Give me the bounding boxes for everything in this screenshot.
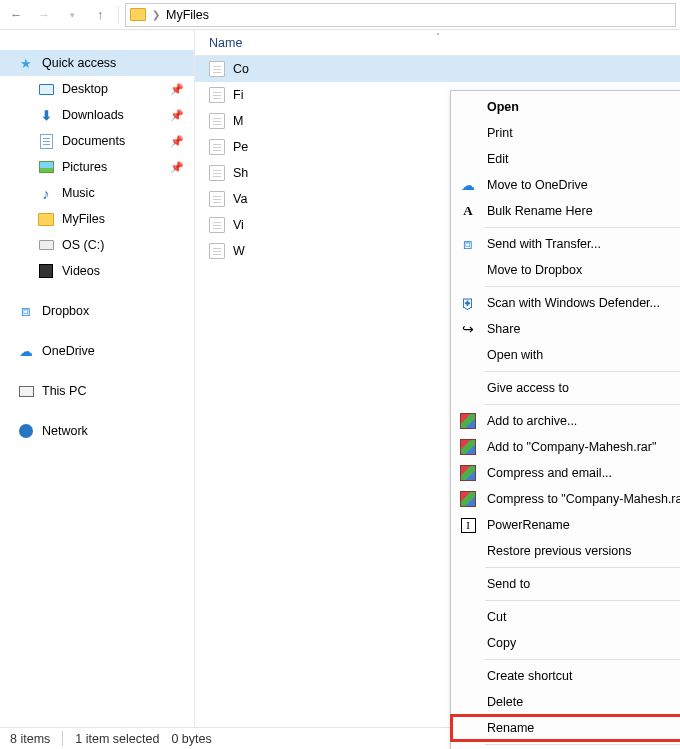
menu-item-open[interactable]: Open bbox=[451, 94, 680, 120]
menu-item-label: Open with bbox=[487, 348, 543, 362]
menu-item-add-to-archive[interactable]: Add to archive... bbox=[451, 408, 680, 434]
menu-item-rename[interactable]: Rename bbox=[451, 715, 680, 741]
status-item-count: 8 items bbox=[10, 732, 50, 746]
sidebar-label: Dropbox bbox=[42, 304, 194, 318]
sidebar-label: Quick access bbox=[42, 56, 194, 70]
forward-button[interactable]: → bbox=[32, 3, 56, 27]
download-icon: ⬇ bbox=[38, 107, 54, 123]
menu-item-send-to[interactable]: Send to › bbox=[451, 571, 680, 597]
menu-item-label: Move to OneDrive bbox=[487, 178, 588, 192]
menu-item-print[interactable]: Print bbox=[451, 120, 680, 146]
star-icon: ★ bbox=[18, 55, 34, 71]
navigation-bar: ← → ▾ ↑ ❯ MyFiles bbox=[0, 0, 680, 30]
menu-item-give-access-to[interactable]: Give access to › bbox=[451, 375, 680, 401]
menu-item-compress-to-company-mahesh-rar-and-email[interactable]: Compress to "Company-Mahesh.rar" and ema… bbox=[451, 486, 680, 512]
menu-item-move-to-onedrive[interactable]: ☁ Move to OneDrive bbox=[451, 172, 680, 198]
text-file-icon bbox=[209, 61, 225, 77]
text-file-icon bbox=[209, 139, 225, 155]
cloud-icon: ☁ bbox=[459, 176, 477, 194]
menu-item-cut[interactable]: Cut bbox=[451, 604, 680, 630]
menu-item-label: Print bbox=[487, 126, 513, 140]
menu-item-label: Share bbox=[487, 322, 520, 336]
sidebar-item-documents[interactable]: Documents 📌 bbox=[0, 128, 194, 154]
menu-item-move-to-dropbox[interactable]: Move to Dropbox bbox=[451, 257, 680, 283]
menu-item-scan-with-windows-defender[interactable]: ⛨ Scan with Windows Defender... bbox=[451, 290, 680, 316]
rar-icon bbox=[459, 490, 477, 508]
sidebar-item-myfiles[interactable]: MyFiles bbox=[0, 206, 194, 232]
pin-icon: 📌 bbox=[170, 135, 184, 148]
sidebar-label: This PC bbox=[42, 384, 194, 398]
menu-item-copy[interactable]: Copy bbox=[451, 630, 680, 656]
menu-item-add-to-company-mahesh-rar[interactable]: Add to "Company-Mahesh.rar" bbox=[451, 434, 680, 460]
network-icon bbox=[18, 423, 34, 439]
sidebar-item-pictures[interactable]: Pictures 📌 bbox=[0, 154, 194, 180]
sidebar-item-downloads[interactable]: ⬇ Downloads 📌 bbox=[0, 102, 194, 128]
file-name: Co bbox=[233, 62, 249, 76]
menu-separator bbox=[485, 286, 680, 287]
shield-icon: ⛨ bbox=[459, 294, 477, 312]
menu-item-label: Restore previous versions bbox=[487, 544, 632, 558]
menu-item-label: Open bbox=[487, 100, 519, 114]
menu-item-label: Move to Dropbox bbox=[487, 263, 582, 277]
file-name: Pe bbox=[233, 140, 248, 154]
menu-item-label: Create shortcut bbox=[487, 669, 572, 683]
share-icon: ↪ bbox=[459, 320, 477, 338]
menu-separator bbox=[485, 744, 680, 745]
file-name: Vi bbox=[233, 218, 244, 232]
menu-item-create-shortcut[interactable]: Create shortcut bbox=[451, 663, 680, 689]
menu-item-restore-previous-versions[interactable]: Restore previous versions bbox=[451, 538, 680, 564]
sidebar-item-onedrive[interactable]: ☁ OneDrive bbox=[0, 338, 194, 364]
text-file-icon bbox=[209, 243, 225, 259]
sidebar-item-dropbox[interactable]: ⧈ Dropbox bbox=[0, 298, 194, 324]
file-name: Fi bbox=[233, 88, 243, 102]
menu-item-label: PowerRename bbox=[487, 518, 570, 532]
sidebar-item-network[interactable]: Network bbox=[0, 418, 194, 444]
sidebar-item-os-c-[interactable]: OS (C:) bbox=[0, 232, 194, 258]
menu-item-edit[interactable]: Edit bbox=[451, 146, 680, 172]
breadcrumb-segment[interactable]: MyFiles bbox=[166, 8, 209, 22]
music-icon: ♪ bbox=[38, 185, 54, 201]
menu-separator bbox=[485, 659, 680, 660]
menu-item-powerrename[interactable]: I PowerRename bbox=[451, 512, 680, 538]
menu-item-bulk-rename-here[interactable]: A Bulk Rename Here bbox=[451, 198, 680, 224]
address-bar[interactable]: ❯ MyFiles bbox=[125, 3, 676, 27]
sidebar-label: OneDrive bbox=[42, 344, 194, 358]
rar-icon bbox=[459, 438, 477, 456]
rar-icon bbox=[459, 412, 477, 430]
folder-icon bbox=[130, 7, 146, 23]
menu-item-compress-and-email[interactable]: Compress and email... bbox=[451, 460, 680, 486]
column-header-name[interactable]: ˄ Name bbox=[195, 30, 680, 56]
sidebar-label: OS (C:) bbox=[62, 238, 194, 252]
text-file-icon bbox=[209, 165, 225, 181]
menu-item-label: Add to archive... bbox=[487, 414, 577, 428]
sidebar-item-this-pc[interactable]: This PC bbox=[0, 378, 194, 404]
video-icon bbox=[38, 263, 54, 279]
file-item[interactable]: Co bbox=[195, 56, 680, 82]
monitor-icon bbox=[38, 81, 54, 97]
menu-separator bbox=[485, 600, 680, 601]
file-name: Sh bbox=[233, 166, 248, 180]
menu-item-label: Compress and email... bbox=[487, 466, 612, 480]
cloud-icon: ☁ bbox=[18, 343, 34, 359]
menu-item-send-with-transfer[interactable]: ⧈ Send with Transfer... bbox=[451, 231, 680, 257]
pin-icon: 📌 bbox=[170, 109, 184, 122]
pin-icon: 📌 bbox=[170, 161, 184, 174]
sidebar-item-quick-access[interactable]: ★ Quick access bbox=[0, 50, 194, 76]
sidebar-item-videos[interactable]: Videos bbox=[0, 258, 194, 284]
menu-item-share[interactable]: ↪ Share bbox=[451, 316, 680, 342]
menu-item-label: Scan with Windows Defender... bbox=[487, 296, 660, 310]
recent-dropdown[interactable]: ▾ bbox=[60, 3, 84, 27]
drop-icon: ⧈ bbox=[459, 235, 477, 253]
file-name: W bbox=[233, 244, 245, 258]
menu-item-open-with[interactable]: Open with › bbox=[451, 342, 680, 368]
status-selection: 1 item selected bbox=[75, 732, 159, 746]
menu-item-delete[interactable]: Delete bbox=[451, 689, 680, 715]
pc-icon bbox=[18, 383, 34, 399]
pr-icon: I bbox=[459, 516, 477, 534]
menu-separator bbox=[485, 404, 680, 405]
back-button[interactable]: ← bbox=[4, 3, 28, 27]
sidebar-item-music[interactable]: ♪ Music bbox=[0, 180, 194, 206]
up-button[interactable]: ↑ bbox=[88, 3, 112, 27]
menu-item-label: Cut bbox=[487, 610, 506, 624]
sidebar-item-desktop[interactable]: Desktop 📌 bbox=[0, 76, 194, 102]
